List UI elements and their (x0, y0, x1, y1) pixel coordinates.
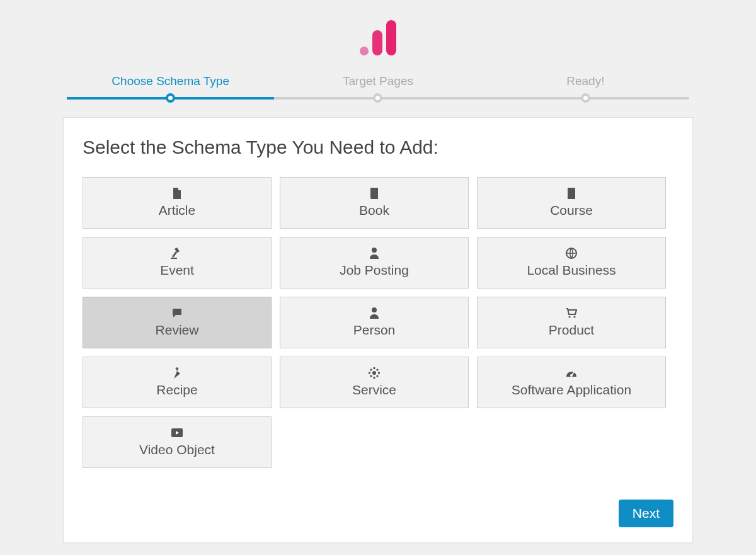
schema-tile-label: Software Application (481, 382, 662, 398)
schema-tile-product[interactable]: Product (477, 297, 666, 348)
schema-tile-label: Article (87, 203, 267, 218)
schema-tile-review[interactable]: Review (83, 297, 272, 348)
schema-tile-label: Review (87, 323, 267, 338)
card-heading: Select the Schema Type You Need to Add: (83, 137, 673, 158)
schema-tile-recipe[interactable]: Recipe (83, 357, 272, 408)
schema-tile-job-posting[interactable]: Job Posting (280, 237, 469, 289)
schema-tile-label: Event (87, 263, 267, 278)
book-icon (284, 186, 464, 200)
step-label-2: Ready! (482, 74, 689, 88)
person-icon (284, 306, 464, 320)
gear-icon (284, 366, 464, 380)
schema-tile-label: Video Object (87, 442, 267, 457)
svg-point-5 (372, 371, 376, 375)
schema-tile-person[interactable]: Person (280, 297, 469, 348)
doc-icon (481, 186, 662, 200)
schema-tile-label: Person (284, 323, 464, 338)
person-icon (284, 246, 464, 260)
step-label-0: Choose Schema Type (67, 74, 274, 88)
schema-tile-label: Recipe (87, 382, 267, 398)
comment-icon (87, 306, 267, 320)
schema-tile-software-application[interactable]: Software Application (477, 357, 666, 408)
file-icon (87, 186, 267, 200)
step-dot-2 (581, 93, 590, 103)
schema-tile-label: Product (481, 323, 662, 338)
svg-point-0 (372, 248, 377, 253)
schema-tile-course[interactable]: Course (477, 177, 666, 229)
schema-grid: ArticleBookCourseEventJob PostingLocal B… (83, 177, 673, 468)
schema-tile-label: Book (284, 203, 464, 218)
carrot-icon (87, 366, 267, 380)
schema-card: Select the Schema Type You Need to Add: … (63, 117, 693, 543)
play-icon (87, 426, 267, 440)
svg-point-3 (568, 316, 570, 318)
step-dot-0 (166, 93, 175, 103)
schema-tile-event[interactable]: Event (83, 237, 272, 289)
step-dot-1 (373, 93, 382, 103)
schema-tile-label: Local Business (481, 263, 662, 278)
cart-icon (481, 306, 662, 320)
brand-logo (0, 18, 756, 55)
schema-tile-book[interactable]: Book (280, 177, 469, 229)
globe-icon (481, 246, 662, 260)
step-label-1: Target Pages (274, 74, 481, 88)
svg-point-4 (573, 316, 575, 318)
schema-tile-article[interactable]: Article (83, 177, 272, 229)
schema-tile-video-object[interactable]: Video Object (83, 416, 272, 468)
schema-tile-service[interactable]: Service (280, 357, 469, 408)
gavel-icon (87, 246, 267, 260)
schema-tile-label: Course (481, 203, 662, 218)
wizard-stepper: Choose Schema TypeTarget PagesReady! (67, 74, 689, 100)
next-button[interactable]: Next (619, 500, 673, 527)
schema-tile-local-business[interactable]: Local Business (477, 237, 666, 289)
schema-tile-label: Service (284, 382, 464, 398)
gauge-icon (481, 366, 662, 380)
svg-point-2 (372, 307, 377, 312)
schema-tile-label: Job Posting (284, 263, 464, 278)
